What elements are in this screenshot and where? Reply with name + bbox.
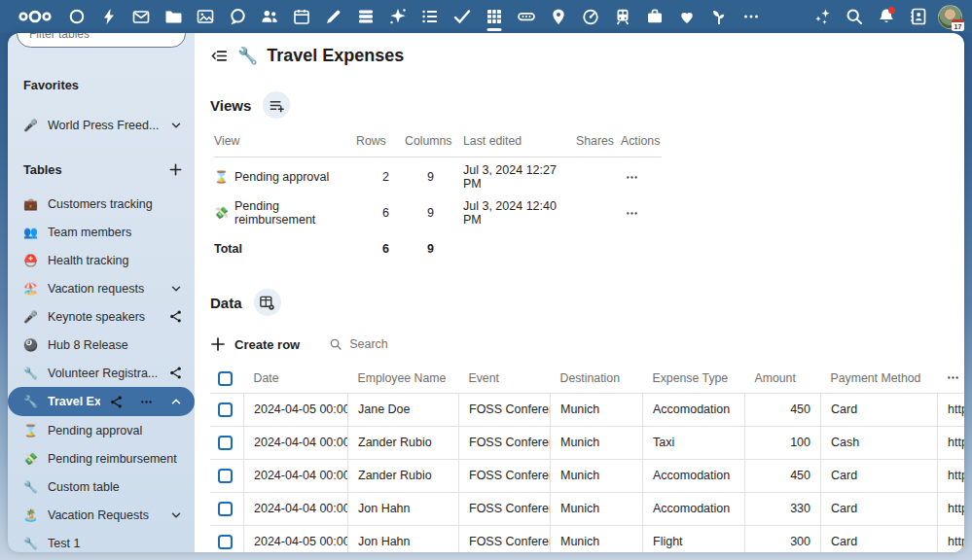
people-emoji-icon: 👥 <box>22 226 39 239</box>
helmet-emoji-icon: ⛑️ <box>22 254 39 267</box>
views-section-header: Views <box>210 91 964 119</box>
data-toolbar: Create row <box>210 332 964 357</box>
receipt-link[interactable]: https <box>938 426 965 459</box>
select-all-checkbox[interactable] <box>218 371 233 386</box>
tasks-check-icon[interactable] <box>446 0 478 33</box>
view-row-last-edited: Jul 3, 2024 12:27 PM <box>448 160 576 193</box>
collectives-icon[interactable] <box>381 0 414 33</box>
hourglass-emoji-icon: ⌛ <box>22 424 39 438</box>
table-settings-button[interactable] <box>254 289 281 316</box>
sidebar-item-team-members[interactable]: 👥 Team members <box>8 218 195 246</box>
tasks-list-icon[interactable] <box>414 0 446 33</box>
view-actions-icon[interactable] <box>621 168 643 187</box>
sidebar-item-hub-8-release[interactable]: 🎱 Hub 8 Release <box>8 331 195 359</box>
receipt-link[interactable]: https <box>938 459 965 492</box>
sidebar-item-health-tracking[interactable]: ⛑️ Health tracking <box>8 246 195 274</box>
contacts-menu-icon[interactable] <box>902 0 934 33</box>
view-row-name[interactable]: ⌛ Pending approval <box>214 160 356 193</box>
photos-icon[interactable] <box>189 0 221 33</box>
plus-icon <box>210 336 226 352</box>
search-input[interactable] <box>349 337 456 351</box>
calendar-icon[interactable] <box>285 0 317 33</box>
files-icon[interactable] <box>157 0 189 33</box>
sidebar-item-test-1[interactable]: 🔧 Test 1 <box>8 529 195 552</box>
notifications-bell-icon[interactable] <box>870 0 902 33</box>
create-row-button[interactable]: Create row <box>210 336 300 352</box>
share-icon[interactable] <box>168 366 183 380</box>
views-col-view: View <box>214 121 356 158</box>
collapse-sidebar-icon[interactable] <box>210 47 229 65</box>
chevron-up-icon[interactable] <box>169 395 183 408</box>
table-row: 2024-04-04 00:00 Jon Hahn FOSS Conferenc… <box>210 492 964 525</box>
views-total-rows: 6 <box>356 232 391 265</box>
tables-icon[interactable] <box>478 0 510 33</box>
receipt-link[interactable]: https <box>938 525 965 552</box>
share-icon[interactable] <box>109 395 124 409</box>
chevron-down-icon[interactable] <box>169 119 183 132</box>
more-apps-icon[interactable] <box>735 0 767 33</box>
user-avatar[interactable]: 17 <box>938 5 962 29</box>
growth-icon[interactable] <box>702 0 735 33</box>
receipt-link[interactable]: https <box>938 393 965 426</box>
row-checkbox[interactable] <box>218 469 233 483</box>
sidebar-item-travel-expenses[interactable]: 🔧 Travel Expe... <box>8 387 195 416</box>
filter-tables-input[interactable] <box>17 33 186 48</box>
avatar[interactable]: 17 <box>934 0 966 33</box>
sidebar-item-world-press[interactable]: 🎤 World Press Freed... <box>8 111 195 139</box>
sidebar-item-pending-approval[interactable]: ⌛ Pending approval <box>8 416 195 444</box>
view-row-name[interactable]: 💸 Pending reimbursement <box>214 196 356 229</box>
sidebar-item-volunteer-registration[interactable]: 🔧 Volunteer Registra... <box>8 359 195 387</box>
sidebar-item-keynote-speakers[interactable]: 🎤 Keynote speakers <box>8 302 195 331</box>
view-row-actions <box>621 196 662 229</box>
create-view-button[interactable] <box>263 91 290 119</box>
island-emoji-icon: 🏝️ <box>22 508 39 522</box>
notes-icon[interactable] <box>317 0 349 33</box>
table-row: 2024-04-04 00:00 Zander Rubio FOSS Confe… <box>210 459 964 492</box>
col-event: Event <box>459 365 551 393</box>
views-table: View Rows Columns Last edited Shares Act… <box>214 121 662 265</box>
dashboard-icon[interactable] <box>574 0 606 33</box>
avatar-status-badge: 17 <box>952 19 964 31</box>
passwords-icon[interactable] <box>510 0 542 33</box>
mail-icon[interactable] <box>125 0 157 33</box>
views-col-rows: Rows <box>356 121 391 158</box>
row-checkbox[interactable] <box>218 502 233 516</box>
view-actions-icon[interactable] <box>621 204 643 223</box>
briefcase-icon[interactable] <box>638 0 670 33</box>
chevron-down-icon[interactable] <box>169 508 183 522</box>
view-row-last-edited: Jul 3, 2024 12:40 PM <box>448 196 576 229</box>
wrench-emoji-icon: 🔧 <box>22 480 39 494</box>
more-options-icon[interactable] <box>139 395 154 409</box>
deck-icon[interactable] <box>349 0 381 33</box>
share-icon[interactable] <box>168 309 183 324</box>
column-options-icon[interactable] <box>942 368 964 387</box>
health-heart-icon[interactable] <box>670 0 702 33</box>
contacts-icon[interactable] <box>253 0 285 33</box>
transport-icon[interactable] <box>606 0 638 33</box>
row-checkbox[interactable] <box>218 402 233 417</box>
microphone-icon: 🎤 <box>22 119 39 132</box>
circle-app-icon[interactable] <box>60 0 92 33</box>
notification-dot <box>888 7 895 14</box>
favorites-section: Favorites 🎤 World Press Freed... Tables … <box>8 33 195 552</box>
talk-icon[interactable] <box>221 0 253 33</box>
search-icon[interactable] <box>838 0 870 33</box>
row-checkbox[interactable] <box>218 535 233 549</box>
chevron-down-icon[interactable] <box>169 282 183 296</box>
sidebar-item-pending-reimbursement[interactable]: 💸 Pending reimbursement <box>8 444 195 472</box>
view-row-columns: 9 <box>391 196 448 229</box>
activity-icon[interactable] <box>92 0 125 33</box>
maps-icon[interactable] <box>542 0 574 33</box>
sidebar-item-vacation-requests-2[interactable]: 🏝️ Vacation Requests <box>8 501 195 529</box>
views-col-actions: Actions <box>621 121 662 158</box>
row-checkbox[interactable] <box>218 436 233 450</box>
views-total-label: Total <box>214 232 356 265</box>
sidebar-item-custom-table[interactable]: 🔧 Custom table <box>8 472 195 501</box>
favorites-heading: Favorites <box>8 76 195 93</box>
assistant-sparkles-icon[interactable] <box>806 0 838 33</box>
sidebar-item-customers-tracking[interactable]: 💼 Customers tracking <box>8 190 195 218</box>
add-table-button[interactable] <box>168 162 183 177</box>
receipt-link[interactable]: https <box>938 492 965 525</box>
sidebar-item-vacation-requests[interactable]: 🏖️ Vacation requests <box>8 274 195 302</box>
nextcloud-logo-icon[interactable] <box>10 0 60 33</box>
